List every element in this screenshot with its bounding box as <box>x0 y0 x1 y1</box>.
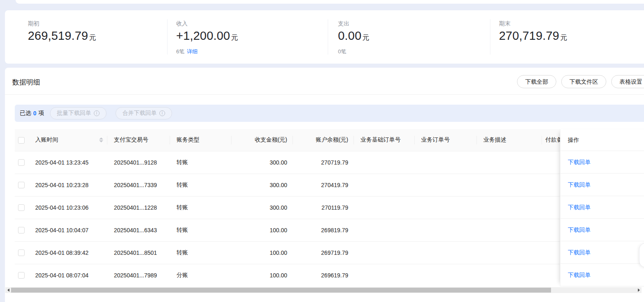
cell-time: 2025-04-01 10:04:07 <box>33 219 107 241</box>
income-detail-link[interactable]: 详细 <box>187 48 197 55</box>
cell-biz-desc <box>477 219 542 241</box>
column-header-trade-no: 支付宝交易号 <box>107 129 170 151</box>
table-row: 2025-04-01 08:39:42 20250401...8501 转账 1… <box>15 241 560 264</box>
download-receipt-link[interactable]: 下载回单 <box>568 272 591 278</box>
data-detail-card: 数据明细 下载全部 下载文件区 表格设置 已选 0 项 批量下载回单i 合并下载… <box>5 68 644 302</box>
cell-biz-order <box>415 196 477 219</box>
cell-balance: 269719.79 <box>293 241 354 264</box>
summary-sub: 0笔 <box>338 48 346 55</box>
cell-pay-memo <box>542 264 560 286</box>
table-row: 2025-04-01 10:23:28 20250401...7339 转账 3… <box>15 174 560 196</box>
cell-trade-no: 20250401...7339 <box>107 174 170 196</box>
cell-trade-no: 20250401...1228 <box>107 196 170 219</box>
download-receipt-link[interactable]: 下载回单 <box>568 204 591 210</box>
cell-balance: 270719.79 <box>293 151 354 174</box>
cell-pay-memo <box>542 196 560 219</box>
cell-biz-order <box>415 174 477 196</box>
selected-suffix: 项 <box>39 110 44 117</box>
download-receipt-link[interactable]: 下载回单 <box>568 181 591 188</box>
selected-prefix: 已选 <box>20 110 31 117</box>
cell-base-order <box>354 174 415 196</box>
summary-label: 收入 <box>176 20 188 27</box>
info-icon: i <box>159 110 165 116</box>
selection-bar: 已选 0 项 批量下载回单i 合并下载回单i <box>15 105 644 122</box>
cell-amount: 300.00 <box>231 151 293 174</box>
divider <box>328 19 328 55</box>
cell-pay-memo <box>542 174 560 196</box>
row-checkbox[interactable] <box>18 204 25 211</box>
toolbar: 下载全部 下载文件区 表格设置 <box>517 75 644 88</box>
merge-download-receipts-button[interactable]: 合并下载回单i <box>116 107 172 119</box>
download-file-area-button[interactable]: 下载文件区 <box>561 75 606 88</box>
download-receipt-link[interactable]: 下载回单 <box>568 159 591 165</box>
cell-biz-order <box>415 151 477 174</box>
fixed-action-column: 操作 下载回单 下载回单 下载回单 下载回单 下载回单 下载回单 <box>560 129 644 286</box>
cell-time: 2025-04-01 10:23:28 <box>33 174 107 196</box>
cell-biz-desc <box>477 264 542 286</box>
selected-count: 0 <box>33 110 36 117</box>
scrollbar-thumb[interactable] <box>11 288 551 293</box>
cell-trade-no: 20250401...6343 <box>107 219 170 241</box>
divider <box>5 94 644 95</box>
cell-amount: 100.00 <box>231 219 293 241</box>
cell-balance: 269819.79 <box>293 219 354 241</box>
summary-value: +1,200.00元 <box>176 29 238 43</box>
column-header-time: 入账时间 <box>35 136 58 144</box>
income-count: 6笔 <box>176 48 184 55</box>
cell-biz-desc <box>477 196 542 219</box>
batch-download-receipts-button[interactable]: 批量下载回单i <box>50 107 107 119</box>
merge-download-label: 合并下载回单 <box>122 110 157 117</box>
cell-time: 2025-04-01 13:23:45 <box>33 151 107 174</box>
summary-value: 0.00元 <box>338 29 369 43</box>
summary-label: 期初 <box>28 20 39 27</box>
table-row: 2025-04-01 13:23:45 20250401...9128 转账 3… <box>15 151 560 174</box>
sort-toggle-icon[interactable] <box>99 137 103 142</box>
expense-count: 0笔 <box>338 48 346 55</box>
action-cell: 下载回单 <box>560 151 644 174</box>
cell-type: 转账 <box>170 219 231 241</box>
row-checkbox[interactable] <box>18 159 25 166</box>
currency-unit: 元 <box>231 34 238 41</box>
triangle-right-icon <box>638 288 640 292</box>
horizontal-scrollbar[interactable] <box>5 287 642 293</box>
cell-time: 2025-04-01 08:07:04 <box>33 264 107 286</box>
info-icon: i <box>94 110 100 116</box>
select-all-checkbox[interactable] <box>18 137 25 144</box>
previous-card-bottom-edge <box>16 0 644 4</box>
floating-widget-edge[interactable] <box>639 243 644 268</box>
table-settings-button[interactable]: 表格设置 <box>611 75 644 88</box>
cell-balance: 270119.79 <box>293 196 354 219</box>
currency-unit: 元 <box>362 34 369 41</box>
scroll-right-arrow[interactable] <box>636 287 642 293</box>
row-checkbox[interactable] <box>18 249 25 256</box>
cell-biz-desc <box>477 241 542 264</box>
action-cell: 下载回单 <box>560 264 644 286</box>
table-body: 2025-04-01 13:23:45 20250401...9128 转账 3… <box>15 151 560 286</box>
column-header-amount: 收支金额(元) <box>231 129 293 151</box>
row-checkbox[interactable] <box>18 182 25 188</box>
action-cell: 下载回单 <box>560 219 644 241</box>
table-row: 2025-04-01 10:23:06 20250401...1228 转账 3… <box>15 196 560 219</box>
currency-unit: 元 <box>560 34 567 41</box>
action-cell: 下载回单 <box>560 241 644 264</box>
row-checkbox[interactable] <box>18 272 25 279</box>
column-header-type: 账务类型 <box>170 129 231 151</box>
cell-base-order <box>354 151 415 174</box>
caret-up-icon <box>99 137 103 140</box>
triangle-left-icon <box>7 288 9 292</box>
scroll-left-arrow[interactable] <box>5 287 11 293</box>
cell-balance: 270419.79 <box>293 174 354 196</box>
download-all-button[interactable]: 下载全部 <box>517 75 556 88</box>
column-header-balance: 账户余额(元) <box>293 129 354 151</box>
download-receipt-link[interactable]: 下载回单 <box>568 249 591 256</box>
download-receipt-link[interactable]: 下载回单 <box>568 226 591 233</box>
cell-base-order <box>354 264 415 286</box>
fixed-col-body: 下载回单 下载回单 下载回单 下载回单 下载回单 下载回单 <box>560 151 644 286</box>
page-title: 数据明细 <box>12 78 40 87</box>
column-header-biz-desc: 业务描述 <box>477 129 542 151</box>
cell-pay-memo <box>542 151 560 174</box>
cell-base-order <box>354 219 415 241</box>
cell-time: 2025-04-01 10:23:06 <box>33 196 107 219</box>
action-cell: 下载回单 <box>560 196 644 219</box>
row-checkbox[interactable] <box>18 227 25 233</box>
